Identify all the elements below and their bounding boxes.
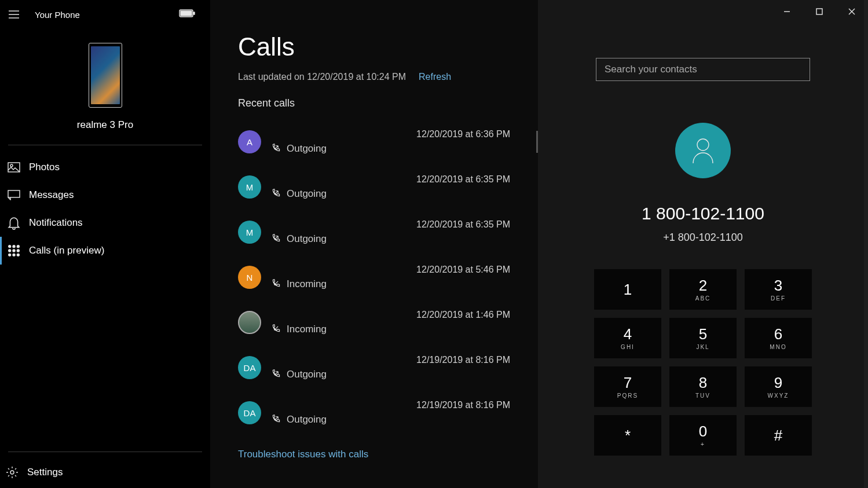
dial-number-display: 1 800-102-1100 bbox=[573, 204, 833, 223]
call-item[interactable]: 12/20/2019 at 1:46 PMIncoming bbox=[238, 300, 510, 344]
key-sub: WXYZ bbox=[768, 392, 789, 399]
avatar: DA bbox=[238, 401, 261, 424]
divider bbox=[8, 145, 202, 145]
key-sub: DEF bbox=[771, 295, 786, 302]
key-number: 4 bbox=[624, 326, 632, 342]
dialpad-key-6[interactable]: 6MNO bbox=[745, 318, 812, 358]
incoming-call-icon bbox=[272, 324, 281, 335]
sidebar-item-photos[interactable]: Photos bbox=[0, 153, 210, 181]
key-number: 1 bbox=[624, 282, 632, 297]
dialpad-key-0[interactable]: 0+ bbox=[669, 415, 737, 456]
photo-icon bbox=[8, 162, 20, 173]
key-sub: JKL bbox=[696, 344, 709, 350]
avatar: N bbox=[238, 266, 261, 289]
call-time: 12/20/2019 at 6:35 PM bbox=[272, 219, 510, 230]
dialpad-key-1[interactable]: 1 bbox=[594, 269, 661, 310]
contact-avatar bbox=[675, 123, 731, 178]
dialpad-key-2[interactable]: 2ABC bbox=[669, 269, 737, 310]
sidebar: Your Phone realme 3 Pro Photos Messages … bbox=[0, 0, 210, 488]
outgoing-call-icon bbox=[272, 233, 281, 245]
key-sub: PQRS bbox=[617, 392, 638, 399]
key-sub: GHI bbox=[621, 344, 635, 350]
phone-name: realme 3 Pro bbox=[77, 119, 133, 131]
dialpad-key-5[interactable]: 5JKL bbox=[669, 318, 737, 358]
recent-calls-label: Recent calls bbox=[238, 97, 510, 109]
avatar: M bbox=[238, 175, 261, 199]
sidebar-item-notifications[interactable]: Notifications bbox=[0, 209, 210, 237]
troubleshoot-link[interactable]: Troubleshoot issues with calls bbox=[238, 449, 510, 460]
outgoing-call-icon bbox=[272, 369, 281, 380]
call-direction: Incoming bbox=[287, 278, 327, 290]
chat-icon bbox=[8, 190, 20, 200]
scrollbar[interactable] bbox=[864, 0, 868, 488]
key-number: 3 bbox=[774, 278, 782, 293]
dialpad-key-7[interactable]: 7PQRS bbox=[594, 366, 661, 407]
call-time: 12/20/2019 at 1:46 PM bbox=[272, 310, 510, 320]
phone-preview: realme 3 Pro bbox=[0, 43, 210, 131]
app-title: Your Phone bbox=[35, 10, 80, 20]
dialpad-key-#[interactable]: # bbox=[745, 415, 812, 456]
call-item[interactable]: M12/20/2019 at 6:35 PMOutgoing bbox=[238, 210, 510, 254]
call-time: 12/19/2019 at 8:16 PM bbox=[272, 400, 510, 410]
key-number: 8 bbox=[699, 375, 707, 390]
page-title: Calls bbox=[238, 32, 510, 61]
svg-point-12 bbox=[9, 254, 11, 256]
call-item[interactable]: DA12/19/2019 at 8:16 PMOutgoing bbox=[238, 346, 510, 390]
call-time: 12/20/2019 at 6:35 PM bbox=[272, 174, 510, 185]
svg-rect-2 bbox=[181, 11, 192, 16]
svg-point-11 bbox=[17, 249, 20, 252]
call-item[interactable]: DA12/19/2019 at 8:16 PMOutgoing bbox=[238, 391, 510, 435]
key-number: 0 bbox=[699, 424, 707, 439]
svg-point-4 bbox=[10, 164, 13, 167]
key-number: 7 bbox=[624, 375, 632, 390]
dialpad-key-*[interactable]: * bbox=[594, 415, 661, 456]
outgoing-call-icon bbox=[272, 143, 281, 155]
nav-label: Settings bbox=[27, 467, 63, 478]
key-number: 6 bbox=[774, 326, 782, 342]
battery-icon bbox=[179, 9, 195, 20]
minimize-button[interactable] bbox=[771, 0, 803, 23]
call-direction: Outgoing bbox=[287, 188, 327, 200]
sidebar-item-settings[interactable]: Settings bbox=[0, 457, 210, 488]
key-sub: ABC bbox=[695, 295, 711, 302]
call-direction: Outgoing bbox=[287, 143, 327, 155]
svg-point-17 bbox=[697, 139, 709, 151]
svg-rect-1 bbox=[193, 12, 195, 14]
refresh-link[interactable]: Refresh bbox=[419, 72, 451, 82]
dialer-pane: 1 800-102-1100 +1 800-102-1100 12ABC3DEF… bbox=[538, 0, 868, 488]
dialpad-key-8[interactable]: 8TUV bbox=[669, 366, 737, 407]
call-time: 12/20/2019 at 6:36 PM bbox=[272, 129, 510, 140]
dialpad-key-3[interactable]: 3DEF bbox=[745, 269, 812, 310]
call-time: 12/19/2019 at 8:16 PM bbox=[272, 355, 510, 365]
call-item[interactable]: M12/20/2019 at 6:35 PMOutgoing bbox=[238, 165, 510, 209]
dialpad-key-9[interactable]: 9WXYZ bbox=[745, 366, 812, 407]
key-sub: MNO bbox=[770, 344, 786, 350]
nav-label: Calls (in preview) bbox=[29, 245, 104, 256]
maximize-button[interactable] bbox=[803, 0, 836, 23]
key-sub: TUV bbox=[695, 392, 710, 399]
close-button[interactable] bbox=[836, 0, 868, 23]
call-direction: Outgoing bbox=[287, 233, 327, 245]
dialpad-icon bbox=[8, 244, 20, 257]
gear-icon bbox=[6, 466, 19, 479]
dialpad-key-4[interactable]: 4GHI bbox=[594, 318, 661, 358]
call-time: 12/20/2019 at 5:46 PM bbox=[272, 265, 510, 275]
avatar: M bbox=[238, 221, 261, 244]
call-item[interactable]: N12/20/2019 at 5:46 PMIncoming bbox=[238, 255, 510, 299]
svg-point-10 bbox=[13, 249, 15, 252]
call-item[interactable]: A12/20/2019 at 6:36 PMOutgoing bbox=[238, 120, 510, 164]
key-sub: + bbox=[701, 441, 705, 447]
sidebar-item-messages[interactable]: Messages bbox=[0, 181, 210, 209]
hamburger-menu[interactable] bbox=[5, 5, 23, 24]
calls-pane: Calls Last updated on 12/20/2019 at 10:2… bbox=[210, 0, 538, 488]
phone-frame-icon bbox=[89, 43, 122, 108]
search-contacts-input[interactable] bbox=[596, 58, 810, 81]
svg-point-8 bbox=[17, 245, 20, 248]
nav-label: Photos bbox=[29, 162, 60, 173]
svg-point-15 bbox=[10, 471, 14, 474]
svg-point-9 bbox=[9, 249, 11, 252]
avatar: DA bbox=[238, 356, 261, 379]
call-direction: Outgoing bbox=[287, 414, 327, 425]
avatar bbox=[238, 311, 261, 334]
sidebar-item-calls[interactable]: Calls (in preview) bbox=[0, 237, 210, 265]
